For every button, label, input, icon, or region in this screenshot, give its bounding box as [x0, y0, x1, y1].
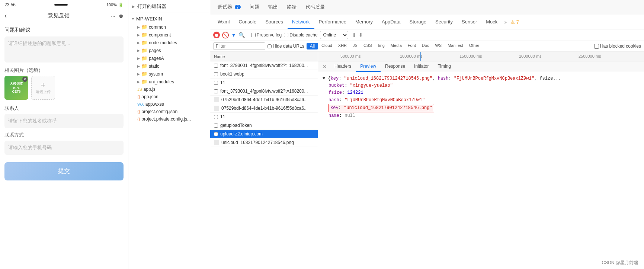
filter-bar: Hide data URLs All Cloud XHR JS CSS Img … [210, 41, 644, 52]
details-content: ▼ {key: "unicloud_168217901242718546.png… [318, 72, 644, 269]
upload-icon[interactable]: ⬆ [352, 32, 356, 38]
filter-media[interactable]: Media [388, 43, 404, 49]
tab-issues[interactable]: 问题 [245, 0, 264, 15]
mobile-simulator: 23:56 100% 🔋 ‹ 意见反馈 ··· ⏺ 问题和建议 请详细描述您的问… [0, 0, 128, 269]
top-bar-icons: ··· ⏺ [111, 13, 124, 19]
search-icon[interactable]: 🔍 [238, 32, 245, 38]
has-blocked-checkbox[interactable]: Has blocked cookies [594, 44, 641, 49]
tree-file-appjson[interactable]: {} app.json [128, 93, 210, 100]
tree-collapse-icon: ▼ [131, 17, 135, 21]
filter-input[interactable] [213, 42, 265, 50]
json-line-bucket: bucket: "xingyue-yuelao" [323, 82, 640, 89]
upload-button[interactable]: + 请选上传 [31, 76, 55, 100]
network-row-unicloud-png[interactable]: unicloud_168217901242718546.png [210, 138, 318, 147]
json-line-1: ▼ {key: "unicloud_168217901242718546.png… [323, 75, 640, 82]
download-icon[interactable]: ⬇ [359, 32, 363, 38]
tree-file-appwxss[interactable]: WX app.wxss [128, 100, 210, 108]
back-button[interactable]: ‹ [4, 12, 7, 20]
editor-arrow: ▶ [132, 4, 135, 9]
close-details-button[interactable]: ✕ [320, 61, 330, 72]
preserve-log-checkbox[interactable]: Preserve log [251, 32, 282, 38]
image-section-label: 相关图片（选填） [4, 67, 124, 74]
contact-phone-input[interactable]: 请输入您的手机号码 [4, 141, 124, 155]
clear-button[interactable]: 🚫 [222, 32, 229, 38]
mobile-content: 问题和建议 请详细描述您的问题和意见... 相关图片（选填） ✕ 大楼词汇EP1… [0, 22, 128, 269]
tab-network[interactable]: Network [288, 15, 314, 29]
contact-name-input[interactable]: 请留下您的姓名或称呼 [4, 114, 124, 128]
more-icon[interactable]: ··· [111, 13, 115, 19]
filter-font[interactable]: Font [405, 43, 419, 49]
tree-folder-component[interactable]: ▶ 📁 component [128, 31, 210, 39]
tab-terminal[interactable]: 终端 [282, 0, 301, 15]
record-button[interactable]: ⏺ [213, 32, 220, 38]
network-row-11a[interactable]: 11 [210, 79, 318, 87]
json-line-hash: hash: "FjUMUrBPoeRfgMxvNCpBeax1Z9w1" [323, 97, 640, 104]
tab-appdata[interactable]: AppData [377, 15, 405, 29]
tab-mock[interactable]: Mock [481, 15, 502, 29]
filter-all[interactable]: All [307, 43, 318, 49]
filter-js[interactable]: JS [350, 43, 360, 49]
details-tab-preview[interactable]: Preview [356, 61, 381, 72]
filter-doc[interactable]: Doc [419, 43, 432, 49]
tab-sensor[interactable]: Sensor [457, 15, 481, 29]
details-tab-response[interactable]: Response [381, 61, 410, 72]
tree-folder-common[interactable]: ▶ 📁 common [128, 23, 210, 31]
editor-label: 打开的编辑器 [137, 3, 166, 10]
tab-storage[interactable]: Storage [405, 15, 431, 29]
tab-debugger[interactable]: 调试器 7 [213, 0, 245, 15]
network-row-upload-selected[interactable]: upload-z2.qiniup.com [210, 130, 318, 138]
network-row-font1[interactable]: font_3793001_4fgpni8ivtv.woff2?t=168200.… [210, 61, 318, 70]
tree-file-appjs[interactable]: JS app.js [128, 86, 210, 93]
tree-folder-pagesA[interactable]: ▶ 📁 pagesA [128, 54, 210, 62]
file-tree-panel: ▶ 打开的编辑器 ▼ MP-WEIXIN ▶ 📁 common ▶ 📁 comp… [128, 0, 210, 269]
tree-file-projectprivate[interactable]: {} project.private.config.js... [128, 115, 210, 123]
tab-sources[interactable]: Sources [261, 15, 288, 29]
tab-memory[interactable]: Memory [351, 15, 377, 29]
filter-xhr[interactable]: XHR [336, 43, 349, 49]
filter-ws[interactable]: WS [432, 43, 444, 49]
close-image-button[interactable]: ✕ [22, 77, 28, 82]
details-tab-initiator[interactable]: Initiator [410, 61, 433, 72]
more-tabs-button[interactable]: » [502, 16, 509, 29]
tree-folder-node-modules[interactable]: ▶ 📁 node-modules [128, 39, 210, 47]
tab-security[interactable]: Security [431, 15, 457, 29]
folder-icon: 📁 [141, 40, 147, 45]
js-file-icon: JS [137, 87, 142, 92]
filter-types: All Cloud XHR JS CSS Img Media Font Doc … [307, 43, 482, 49]
tab-wxml[interactable]: Wxml [213, 15, 234, 29]
tree-folder-pages[interactable]: ▶ 📁 pages [128, 47, 210, 54]
details-panel: ✕ Headers Preview Response Initiator Tim… [318, 61, 644, 269]
filter-cloud[interactable]: Cloud [319, 43, 335, 49]
network-row-uuid2[interactable]: 07529bdf-d864-4de1-b41b-9616f55d8ca6... [210, 104, 318, 113]
details-tab-timing[interactable]: Timing [433, 61, 455, 72]
submit-button[interactable]: 提交 [4, 162, 124, 180]
filter-img[interactable]: Img [375, 43, 387, 49]
filter-css[interactable]: CSS [361, 43, 375, 49]
details-tab-headers[interactable]: Headers [330, 61, 356, 72]
filter-manifest[interactable]: Manifest [445, 43, 466, 49]
divider [248, 32, 248, 38]
disable-cache-checkbox[interactable]: Disable cache [284, 32, 317, 38]
network-row-11b[interactable]: 11 [210, 113, 318, 121]
tab-performance[interactable]: Performance [314, 15, 351, 29]
filter-other[interactable]: Other [467, 43, 482, 49]
network-row-font2[interactable]: font_3793001_4fgpni8ivtv.woff2?t=168200.… [210, 87, 318, 96]
name-column-header: Name [210, 52, 318, 61]
filter-icon[interactable]: ▼ [231, 32, 236, 38]
throttle-select[interactable]: Online Fast 3G Slow 3G [320, 31, 348, 39]
tab-console[interactable]: Console [234, 15, 261, 29]
feedback-input[interactable]: 请详细描述您的问题和意见... [4, 36, 124, 63]
tree-root-header[interactable]: ▼ MP-WEIXIN [128, 15, 210, 23]
tab-codequality[interactable]: 代码质量 [301, 0, 329, 15]
network-row-getupload[interactable]: getuploadToken [210, 121, 318, 130]
network-list-section: Name font_3793001_4fgpni8ivtv.woff2?t=16… [210, 52, 318, 269]
tab-output[interactable]: 输出 [264, 0, 282, 15]
tree-file-projectconfig[interactable]: {} project.config.json [128, 108, 210, 115]
tree-folder-system[interactable]: ▶ 📁 system [128, 70, 210, 78]
record-icon[interactable]: ⏺ [118, 13, 124, 19]
tree-folder-static[interactable]: ▶ 📁 static [128, 62, 210, 70]
hide-data-urls-checkbox[interactable]: Hide data URLs [267, 44, 304, 49]
tree-folder-uni-modules[interactable]: ▶ 📁 uni_modules [128, 78, 210, 86]
network-row-book1[interactable]: book1.webp [210, 70, 318, 79]
network-row-uuid1[interactable]: 07529bdf-d864-4de1-b41b-9616f55d8ca6... [210, 96, 318, 104]
